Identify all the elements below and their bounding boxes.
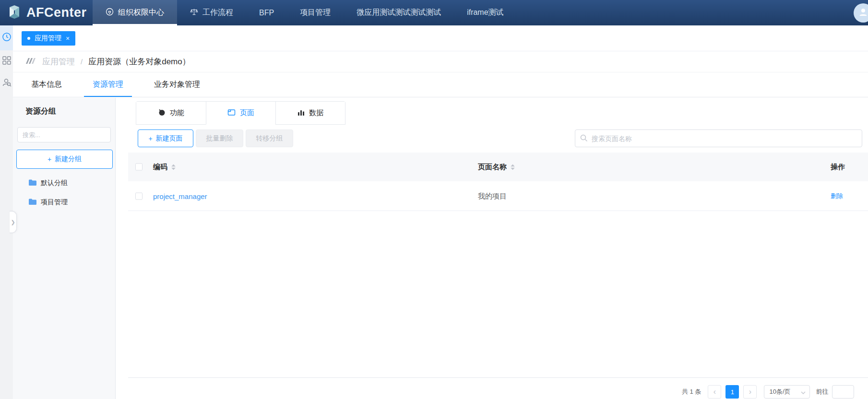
chevron-down-icon <box>801 388 806 396</box>
slashes-icon <box>26 57 36 67</box>
workspace-tab-label: 应用管理 <box>35 34 61 43</box>
rail-user-search-button[interactable] <box>0 72 13 94</box>
main-nav-menu: 组织权限中心 工作流程 BFP 项目管理 微应用测试测试测试测试 <box>93 0 517 25</box>
page-size-select[interactable]: 10条/页 <box>764 385 810 399</box>
nav-item-org-permission-center[interactable]: 组织权限中心 <box>93 0 177 25</box>
row-delete-link[interactable]: 删除 <box>831 192 843 200</box>
app-window: AFCenter 组织权限中心 工作流程 <box>0 0 868 399</box>
batch-delete-label: 批量删除 <box>206 134 233 143</box>
column-header-page-name: 页面名称 <box>478 163 507 172</box>
resource-tab-label: 页面 <box>240 108 254 117</box>
app-logo-text: AFCenter <box>26 5 87 20</box>
apps-grid-icon <box>2 56 12 67</box>
sidebar-collapse-handle[interactable]: ❯ <box>10 211 17 233</box>
transfer-group-label: 转移分组 <box>256 134 283 143</box>
tab-resource-management[interactable]: 资源管理 <box>84 72 132 97</box>
pagination-bar: 共 1 条 ‹ 1 › 10条/页 前往 <box>682 385 854 399</box>
nav-item-label: iframe测试 <box>467 8 503 18</box>
chevron-right-icon: ❯ <box>11 219 15 225</box>
page-tabs: 基本信息 资源管理 业务对象管理 <box>13 72 868 97</box>
plus-icon: + <box>148 135 152 142</box>
resource-type-tabs: 功能 页面 数据 <box>136 101 345 125</box>
nav-item-microapp-test[interactable]: 微应用测试测试测试测试 <box>344 0 454 25</box>
close-icon[interactable]: × <box>66 35 70 42</box>
footer-divider <box>128 377 868 378</box>
nav-item-label: 组织权限中心 <box>118 8 164 18</box>
column-header-code: 编码 <box>153 163 167 172</box>
user-search-icon <box>2 78 12 89</box>
group-item-label: 项目管理 <box>41 198 68 207</box>
resource-tab-label: 数据 <box>309 108 323 117</box>
page-search <box>575 129 862 147</box>
sidebar-title: 资源分组 <box>25 106 115 117</box>
batch-delete-button[interactable]: 批量删除 <box>196 129 243 147</box>
group-list: 默认分组 项目管理 <box>13 174 115 212</box>
column-header-actions: 操作 <box>831 163 845 172</box>
data-bars-icon <box>297 109 305 117</box>
shield-heart-icon <box>106 8 114 18</box>
row-page-name: 我的项目 <box>478 191 507 200</box>
tab-business-object-management[interactable]: 业务对象管理 <box>145 72 209 97</box>
folder-icon <box>29 179 36 187</box>
workspace-tab-strip: 应用管理 × <box>13 25 868 51</box>
page-tab-label: 资源管理 <box>93 80 123 90</box>
chevron-left-icon: ‹ <box>713 387 716 396</box>
new-group-button-label: 新建分组 <box>55 155 82 164</box>
tab-function[interactable]: 功能 <box>136 102 206 125</box>
workspace-tab-app-management[interactable]: 应用管理 × <box>22 31 75 46</box>
goto-page-label: 前往 <box>816 387 828 396</box>
user-avatar[interactable] <box>854 3 868 23</box>
scales-icon <box>190 8 198 18</box>
function-icon <box>158 108 166 118</box>
folder-icon <box>29 199 36 206</box>
nav-item-workflow[interactable]: 工作流程 <box>177 0 246 25</box>
resource-tab-label: 功能 <box>170 108 184 117</box>
nav-item-label: 项目管理 <box>300 8 331 18</box>
nav-item-label: 工作流程 <box>202 8 233 18</box>
group-item-project-management[interactable]: 项目管理 <box>13 193 115 212</box>
active-dot-icon <box>27 37 30 40</box>
nav-item-label: BFP <box>259 9 274 17</box>
page-icon <box>227 108 236 117</box>
resource-group-sidebar: 资源分组 + 新建分组 默认分组 项目管理 <box>13 98 116 399</box>
tab-page[interactable]: 页面 <box>206 102 275 125</box>
group-item-default[interactable]: 默认分组 <box>13 174 115 193</box>
sort-caret-icon[interactable] <box>171 164 176 170</box>
table-row: project_manager 我的项目 删除 <box>128 181 868 211</box>
new-group-button[interactable]: + 新建分组 <box>16 150 113 169</box>
breadcrumb: 应用管理 / 应用资源（业务对象demo） <box>13 51 868 72</box>
app-logo[interactable]: AFCenter <box>0 0 93 25</box>
pagination-total: 共 1 条 <box>682 387 701 396</box>
sort-caret-icon[interactable] <box>511 164 515 170</box>
nav-item-bfp[interactable]: BFP <box>246 0 287 25</box>
page-search-input[interactable] <box>575 129 862 147</box>
plus-icon: + <box>48 155 51 163</box>
rail-apps-button[interactable] <box>0 50 13 72</box>
nav-item-project-management[interactable]: 项目管理 <box>287 0 344 25</box>
select-all-checkbox[interactable] <box>135 164 143 171</box>
row-code-link[interactable]: project_manager <box>153 192 207 200</box>
afcenter-logo-icon <box>7 4 22 22</box>
goto-page-input[interactable] <box>832 385 854 399</box>
breadcrumb-current: 应用资源（业务对象demo） <box>88 56 190 67</box>
page-number-button[interactable]: 1 <box>725 385 739 399</box>
row-checkbox[interactable] <box>135 192 143 200</box>
next-page-button[interactable]: › <box>743 385 757 399</box>
tab-data[interactable]: 数据 <box>275 102 345 125</box>
breadcrumb-parent[interactable]: 应用管理 <box>42 56 75 67</box>
group-item-label: 默认分组 <box>41 179 68 188</box>
transfer-group-button[interactable]: 转移分组 <box>246 129 293 147</box>
prev-page-button[interactable]: ‹ <box>708 385 721 399</box>
page-tab-label: 基本信息 <box>31 80 62 90</box>
group-search-input[interactable] <box>17 127 111 142</box>
chevron-right-icon: › <box>749 387 751 396</box>
rail-history-button[interactable] <box>0 25 13 50</box>
breadcrumb-separator: / <box>81 58 83 66</box>
new-page-button[interactable]: + 新建页面 <box>138 129 193 147</box>
nav-item-iframe-test[interactable]: iframe测试 <box>454 0 516 25</box>
clock-icon <box>2 32 12 44</box>
pages-table: 编码 页面名称 操作 <box>128 153 868 211</box>
tab-basic-info[interactable]: 基本信息 <box>23 72 71 97</box>
top-navbar: AFCenter 组织权限中心 工作流程 <box>0 0 868 25</box>
new-page-button-label: 新建页面 <box>156 134 183 143</box>
